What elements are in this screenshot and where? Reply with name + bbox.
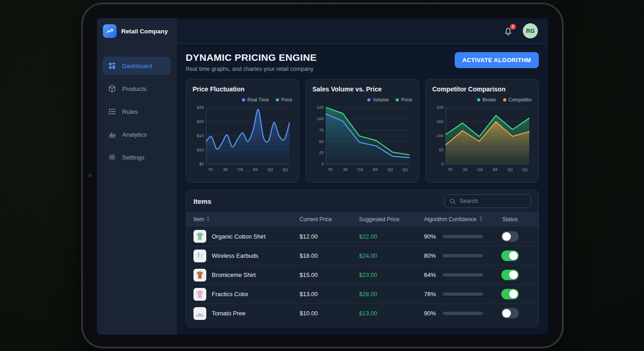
status-toggle[interactable] — [501, 270, 519, 280]
brand: Retail Company — [97, 18, 176, 44]
svg-text:Q1: Q1 — [283, 167, 289, 172]
activate-algorithm-button[interactable]: ACTIVATE ALGORITHM — [455, 52, 539, 68]
sidebar-item-settings[interactable]: Settings — [102, 148, 171, 166]
svg-text:89: 89 — [493, 167, 498, 172]
status-toggle[interactable] — [501, 289, 519, 299]
page-subtitle: Real time graphs, and chartes your retai… — [186, 66, 317, 72]
svg-text:$10: $10 — [197, 133, 204, 138]
suggested-price: $13.00 — [359, 310, 424, 317]
svg-text:30: 30 — [223, 167, 228, 172]
sidebar-item-products[interactable]: Products — [102, 80, 171, 98]
svg-text:30: 30 — [462, 167, 467, 172]
main-area: 1 RG DYNAMIC PRICING ENGINE Real time gr… — [177, 18, 548, 335]
table-row: Fractics Color $13.00 $28.00 76% — [186, 284, 538, 303]
svg-text:G5: G5 — [477, 167, 483, 172]
sidebar-item-label: Analytics — [122, 131, 147, 138]
items-panel-header: Items — [186, 190, 538, 212]
settings-icon — [107, 153, 116, 162]
svg-text:50: 50 — [439, 147, 444, 152]
page-header: DYNAMIC PRICING ENGINE Real time graphs,… — [186, 52, 539, 72]
svg-text:75: 75 — [319, 128, 324, 133]
items-panel: Items Item — [186, 190, 539, 327]
current-price: $13.00 — [300, 291, 359, 298]
chart-legend: BrownCompetitor — [432, 97, 532, 102]
svg-text:Q1: Q1 — [402, 167, 408, 172]
dashboard-content: DYNAMIC PRICING ENGINE Real time graphs,… — [177, 44, 548, 335]
tablet-frame: Retail Company Dashboard Products Rules … — [83, 4, 562, 347]
current-price: $12.00 — [300, 233, 359, 240]
sort-icon — [479, 216, 483, 223]
search-box — [444, 194, 531, 208]
status-toggle[interactable] — [501, 231, 519, 242]
rules-icon — [107, 107, 116, 116]
table-row: Tomato Pree $10.00 $13.00 90% — [186, 303, 538, 323]
tshirt-icon — [193, 230, 206, 243]
sidebar-item-dashboard[interactable]: Dashboard — [102, 57, 171, 75]
chart-card-sales-volume: Sales Volume vs. Price VolumePrice 12510… — [306, 79, 419, 183]
table-row: Bromiceme Shirt $15.00 $23.00 64% — [186, 265, 538, 284]
svg-text:0: 0 — [322, 161, 324, 166]
legend-item: Price — [396, 97, 412, 102]
confidence-value: 80% — [424, 252, 439, 259]
column-header-item[interactable]: Item — [193, 216, 300, 223]
suggested-price: $23.00 — [359, 271, 424, 278]
analytics-icon — [107, 130, 116, 139]
sidebar-item-label: Settings — [122, 154, 145, 161]
sidebar-item-label: Rules — [122, 108, 138, 115]
legend-item: Volume — [367, 97, 389, 102]
current-price: $10.00 — [300, 310, 359, 317]
confidence-value: 90% — [424, 233, 439, 240]
svg-text:50: 50 — [319, 139, 324, 144]
sidebar-item-label: Products — [122, 85, 146, 92]
status-toggle[interactable] — [501, 308, 519, 319]
column-header-current-price[interactable]: Current Price — [300, 216, 359, 223]
suggested-price: $22.00 — [359, 233, 424, 240]
chart-title: Competitor Comparison — [432, 85, 532, 93]
column-header-suggested-price[interactable]: Suggested Price — [359, 216, 424, 223]
svg-text:200: 200 — [436, 105, 444, 110]
svg-text:$10: $10 — [197, 147, 204, 152]
items-title: Items — [193, 197, 211, 205]
confidence-bar — [443, 273, 483, 277]
column-header-status[interactable]: Status — [489, 216, 531, 223]
legend-dot-icon — [276, 98, 279, 101]
chart-title: Price Fluctuation — [193, 85, 292, 93]
products-icon — [107, 85, 116, 93]
legend-dot-icon — [503, 98, 506, 101]
status-toggle[interactable] — [501, 250, 519, 261]
svg-text:Q2: Q2 — [268, 167, 274, 172]
item-name: Organic Cotton Shirt — [212, 233, 266, 240]
notification-badge: 1 — [510, 24, 516, 30]
competitor-comparison-chart: 2001501005007630G589Q2Q1 — [432, 104, 532, 174]
sidebar-item-analytics[interactable]: Analytics — [102, 125, 171, 144]
charts-row: Price Fluctuation Real TimePrice $30$20$… — [186, 79, 539, 183]
earbuds-icon — [193, 250, 206, 262]
dashboard-icon — [107, 62, 116, 70]
svg-text:76: 76 — [328, 167, 333, 172]
svg-text:O5: O5 — [237, 167, 243, 172]
svg-text:Q2: Q2 — [507, 167, 513, 172]
tshirt-icon — [193, 269, 206, 282]
chart-legend: Real TimePrice — [193, 97, 292, 102]
sidebar: Retail Company Dashboard Products Rules … — [97, 18, 177, 335]
legend-dot-icon — [396, 98, 399, 101]
item-name: Bromiceme Shirt — [212, 271, 256, 278]
topbar: 1 RG — [177, 18, 548, 44]
svg-text:25: 25 — [319, 150, 324, 155]
sidebar-item-rules[interactable]: Rules — [102, 102, 171, 121]
svg-text:100: 100 — [317, 116, 324, 121]
notification-bell-icon[interactable]: 1 — [503, 26, 514, 37]
confidence-bar — [443, 254, 483, 257]
chart-card-price-fluctuation: Price Fluctuation Real TimePrice $30$20$… — [186, 79, 299, 183]
confidence-value: 64% — [424, 271, 439, 278]
svg-text:150: 150 — [436, 119, 444, 124]
svg-text:76: 76 — [448, 167, 453, 172]
sales-volume-chart: 12510075502507630G589Q2Q1 — [312, 104, 412, 174]
search-input[interactable] — [460, 198, 526, 204]
price-fluctuation-chart: $30$20$10$10$07630O589Q2Q1 — [193, 104, 292, 174]
search-icon — [449, 198, 456, 205]
sidebar-menu: Dashboard Products Rules Analytics Setti… — [97, 44, 176, 179]
avatar[interactable]: RG — [523, 23, 538, 38]
column-header-algorithm-confidence[interactable]: Algorithm Confidence — [424, 216, 489, 223]
svg-text:30: 30 — [343, 167, 348, 172]
